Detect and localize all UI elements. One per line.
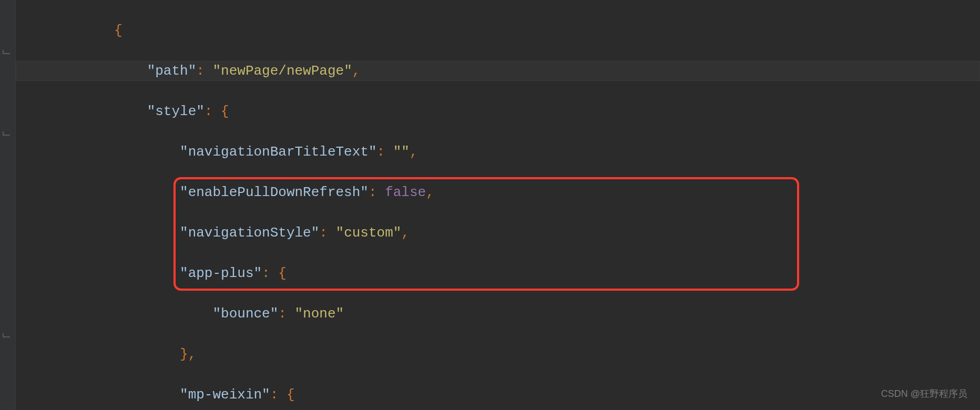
code-line: }, bbox=[16, 344, 980, 365]
code-line: "navigationStyle": "custom", bbox=[16, 223, 980, 243]
code-line: "style": { bbox=[16, 101, 980, 122]
code-line: "enablePullDownRefresh": false, bbox=[16, 182, 980, 203]
code-line: { bbox=[16, 20, 980, 41]
code-line: "bounce": "none" bbox=[16, 304, 980, 324]
code-line: "app-plus": { bbox=[16, 263, 980, 284]
editor-gutter bbox=[0, 0, 16, 410]
code-editor[interactable]: { "path": "newPage/newPage", "style": { … bbox=[16, 0, 980, 410]
code-line: "navigationBarTitleText": "", bbox=[16, 142, 980, 162]
code-line: "path": "newPage/newPage", bbox=[16, 61, 980, 81]
code-line: "mp-weixin": { bbox=[16, 385, 980, 405]
watermark-text: CSDN @狂野程序员 bbox=[881, 384, 967, 404]
